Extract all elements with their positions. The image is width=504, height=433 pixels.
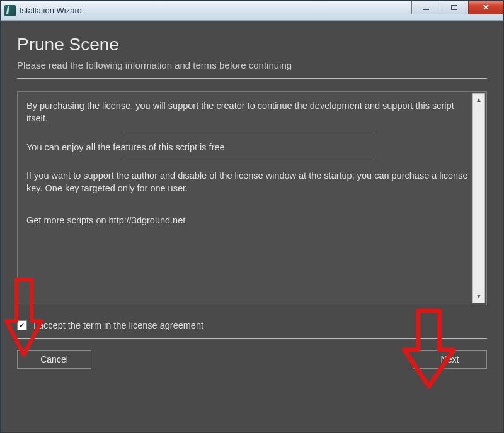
scroll-up-icon[interactable]: ▲: [476, 94, 482, 106]
minimize-button[interactable]: [411, 1, 440, 14]
scroll-down-icon[interactable]: ▼: [476, 290, 482, 303]
accept-checkbox[interactable]: ✓: [17, 320, 27, 330]
maximize-button[interactable]: [440, 1, 469, 14]
scrollbar[interactable]: ▲ ▼: [472, 93, 485, 303]
license-paragraph: By purchasing the license, you will supp…: [26, 99, 469, 125]
wizard-body: Prune Scene Please read the following in…: [1, 21, 503, 432]
next-button[interactable]: Next: [413, 350, 487, 369]
divider: [17, 78, 487, 79]
cancel-button[interactable]: Cancel: [17, 350, 91, 369]
accept-label: I accept the term in the license agreeme…: [33, 320, 203, 330]
window-controls: ✕: [412, 1, 503, 16]
license-text-area[interactable]: By purchasing the license, you will supp…: [17, 91, 487, 305]
accept-row: ✓ I accept the term in the license agree…: [17, 320, 487, 330]
divider: [122, 160, 374, 160]
titlebar[interactable]: Istallation Wizard ✕: [1, 1, 503, 21]
license-paragraph: If you want to support the author and di…: [26, 169, 469, 195]
divider: [122, 132, 374, 132]
close-button[interactable]: ✕: [468, 1, 503, 14]
maximize-icon: [451, 5, 457, 10]
page-subtitle: Please read the following information an…: [17, 60, 487, 70]
page-title: Prune Scene: [17, 35, 487, 55]
window-title: Istallation Wizard: [20, 6, 82, 15]
close-icon: ✕: [483, 3, 490, 12]
installer-window: Istallation Wizard ✕ Prune Scene Please …: [0, 0, 504, 433]
license-paragraph: Get more scripts on http://3dground.net: [26, 214, 469, 227]
license-paragraph: You can enjoy all the features of this s…: [26, 141, 469, 154]
divider: [17, 338, 487, 339]
button-row: Cancel Next: [17, 350, 487, 369]
minimize-icon: [423, 9, 429, 10]
app-icon: [4, 5, 16, 16]
